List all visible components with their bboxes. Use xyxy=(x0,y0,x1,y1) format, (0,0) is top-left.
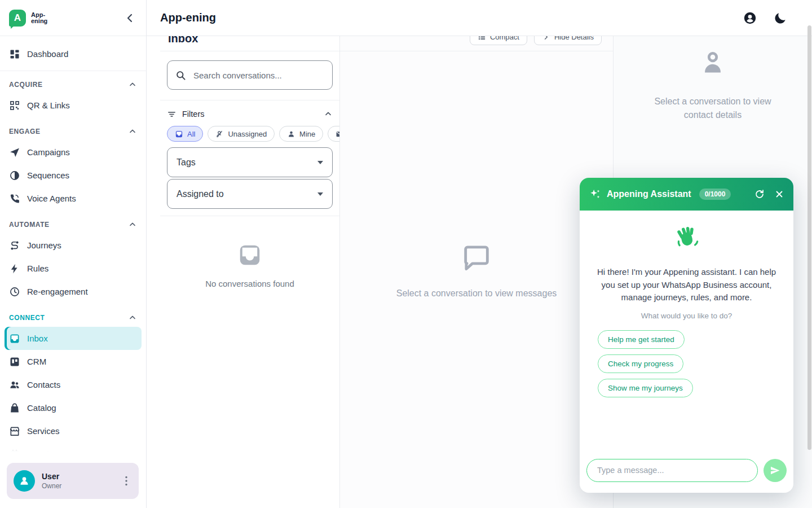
sidebar-section-connect[interactable]: CONNECT xyxy=(0,303,146,327)
chevron-up-icon[interactable] xyxy=(128,127,137,136)
filter-chips-row: AllUnassignedMineUnread xyxy=(167,126,333,142)
suggestion-help-me-get-started[interactable]: Help me get started xyxy=(598,330,685,349)
dashboard-icon xyxy=(9,49,20,60)
assistant-header-buttons xyxy=(754,189,784,199)
conversations-empty-text: No conversations found xyxy=(160,279,339,288)
calendar-icon xyxy=(9,449,20,454)
store-icon xyxy=(9,426,20,437)
chevron-down-icon xyxy=(317,192,323,196)
user-menu-dots-icon[interactable] xyxy=(120,474,133,488)
chevron-up-icon[interactable] xyxy=(324,110,333,119)
sidebar-section-acquire[interactable]: ACQUIRE xyxy=(0,71,146,94)
sidebar-item-services[interactable]: Services xyxy=(5,419,142,443)
avatar xyxy=(14,470,35,492)
search-input[interactable] xyxy=(193,71,324,80)
assistant-greeting: Hi there! I'm your Appening assistant. I… xyxy=(597,266,776,304)
refresh-icon[interactable] xyxy=(754,189,765,199)
tags-select[interactable]: Tags xyxy=(167,147,333,177)
sidebar-item-label: Journeys xyxy=(27,240,61,250)
hide-details-button[interactable]: Hide Details xyxy=(534,36,602,45)
filter-chip-unread[interactable]: Unread xyxy=(328,126,340,142)
tags-select-label: Tags xyxy=(176,157,196,168)
chevron-down-icon xyxy=(317,161,323,164)
inbox-panel-title: Inbox xyxy=(160,36,339,51)
details-empty-line1: Select a conversation to view xyxy=(614,95,812,108)
sidebar-section-engage[interactable]: ENGAGE xyxy=(0,117,146,141)
assistant-body: Hi there! I'm your Appening assistant. I… xyxy=(580,211,793,456)
sidebar-item-inbox[interactable]: Inbox xyxy=(5,327,142,350)
chevron-up-icon[interactable] xyxy=(128,220,137,229)
sidebar-section-label: AUTOMATE xyxy=(9,221,50,229)
assistant-title: Appening Assistant xyxy=(607,189,691,199)
sidebar-section-automate[interactable]: AUTOMATE xyxy=(0,210,146,234)
chevron-up-icon[interactable] xyxy=(128,313,137,322)
assistant-message-input[interactable] xyxy=(586,459,758,482)
sidebar-item-label: Dashboard xyxy=(27,49,68,59)
suggestion-show-me-my-journeys[interactable]: Show me my journeys xyxy=(598,379,693,397)
sidebar-item-label: CRM xyxy=(27,357,46,366)
sidebar-item-dashboard[interactable]: Dashboard xyxy=(5,42,142,65)
details-empty-text: Select a conversation to view contact de… xyxy=(614,95,812,122)
dark-mode-moon-icon[interactable] xyxy=(774,11,787,25)
hide-details-button-label: Hide Details xyxy=(554,36,594,41)
sidebar-item-label: Catalog xyxy=(27,403,56,413)
user-name: User xyxy=(42,472,61,481)
sidebar-section-label: ACQUIRE xyxy=(9,81,43,89)
sidebar-item-label: Contacts xyxy=(27,380,60,389)
filter-chip-mine[interactable]: Mine xyxy=(279,126,323,142)
sidebar-item-contacts[interactable]: Contacts xyxy=(5,373,142,396)
messages-toolbar: Compact Hide Details xyxy=(340,36,613,51)
top-header: App-ening xyxy=(147,0,812,36)
assistant-usage-badge: 0/1000 xyxy=(699,189,731,200)
sidebar-item-appointments[interactable]: Appointments xyxy=(5,443,142,454)
sidebar-item-sequences[interactable]: Sequences xyxy=(5,164,142,187)
user-card[interactable]: User Owner xyxy=(7,463,139,499)
filter-chip-all[interactable]: All xyxy=(167,126,203,142)
filters-label: Filters xyxy=(182,110,204,119)
user-icon xyxy=(287,130,295,138)
page-scrollbar[interactable] xyxy=(807,25,811,450)
list-icon xyxy=(478,36,486,41)
header-actions xyxy=(743,11,812,25)
person-outline-icon xyxy=(698,49,727,78)
sidebar-item-rules[interactable]: Rules xyxy=(5,257,142,280)
assigned-to-select-label: Assigned to xyxy=(176,189,224,199)
sidebar-item-journeys[interactable]: Journeys xyxy=(5,234,142,257)
chevron-up-icon[interactable] xyxy=(128,80,137,89)
sidebar-item-label: Campaigns xyxy=(27,147,70,157)
filter-chip-label: Mine xyxy=(299,130,315,138)
filter-chip-label: Unassigned xyxy=(228,130,267,138)
sidebar-section-label: ENGAGE xyxy=(9,128,41,135)
sidebar-nav: DashboardACQUIREQR & LinksENGAGECampaign… xyxy=(0,36,146,454)
user-slash-icon xyxy=(215,130,224,138)
conversations-empty-state: No conversations found xyxy=(160,242,339,288)
bolt-icon xyxy=(9,263,20,274)
sidebar-item-label: Rules xyxy=(27,264,48,273)
messages-empty-state: Select a conversation to view messages xyxy=(340,241,613,299)
sidebar-item-crm[interactable]: CRM xyxy=(5,350,142,373)
sidebar-item-voice-agents[interactable]: Voice Agents xyxy=(5,187,142,210)
account-icon[interactable] xyxy=(743,11,757,25)
filters-header[interactable]: Filters xyxy=(167,106,333,122)
sidebar-item-label: Services xyxy=(27,426,60,436)
phone-icon xyxy=(9,193,20,204)
sidebar-item-re-engagement[interactable]: Re-engagement xyxy=(5,280,142,303)
search-box xyxy=(167,60,333,90)
sidebar-item-catalog[interactable]: Catalog xyxy=(5,396,142,419)
filter-chip-unassigned[interactable]: Unassigned xyxy=(208,126,275,142)
inbox-panel: Inbox Filters AllUnassignedMineUnre xyxy=(147,36,340,508)
send-button[interactable] xyxy=(764,459,787,482)
brand-name: App- ening xyxy=(31,12,47,24)
sidebar-item-campaigns[interactable]: Campaigns xyxy=(5,141,142,164)
sidebar-item-qr-links[interactable]: QR & Links xyxy=(5,94,142,117)
chat-icon xyxy=(175,130,183,138)
waving-hand-icon xyxy=(673,225,700,252)
assigned-to-select[interactable]: Assigned to xyxy=(167,179,333,209)
assistant-header: Appening Assistant 0/1000 xyxy=(580,178,793,211)
messages-panel: Compact Hide Details Select a conversati… xyxy=(340,36,614,508)
page-title: App-ening xyxy=(147,11,216,24)
close-icon[interactable] xyxy=(774,189,784,199)
suggestion-check-my-progress[interactable]: Check my progress xyxy=(598,354,683,373)
sidebar-collapse-icon[interactable] xyxy=(123,11,137,25)
compact-button[interactable]: Compact xyxy=(470,36,527,45)
